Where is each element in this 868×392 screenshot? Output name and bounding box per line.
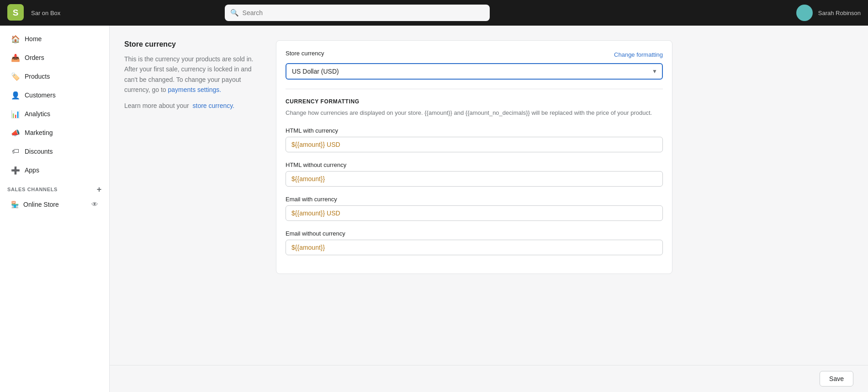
top-navigation: S Sar on Box 🔍 Sarah Robinson: [0, 0, 868, 26]
sidebar-item-discounts[interactable]: 🏷 Discounts: [4, 142, 106, 161]
email-without-currency-input[interactable]: [286, 240, 663, 255]
html-with-currency-label: HTML with currency: [286, 127, 663, 134]
sidebar-label-apps: Apps: [25, 166, 39, 174]
sidebar-label-products: Products: [25, 73, 50, 80]
content-row: Store currency This is the currency your…: [124, 40, 672, 274]
sales-channels-section: SALES CHANNELS +: [0, 180, 109, 195]
save-button[interactable]: Save: [820, 371, 853, 387]
currency-formatting-desc: Change how currencies are displayed on y…: [286, 108, 663, 118]
email-without-currency-group: Email without currency: [286, 230, 663, 255]
orders-icon: 📥: [11, 53, 20, 62]
admin-name: Sarah Robinson: [818, 10, 861, 16]
sidebar-item-online-store[interactable]: 🏪 Online Store 👁: [4, 196, 106, 213]
sidebar-item-analytics[interactable]: 📊 Analytics: [4, 105, 106, 123]
topnav-right: Sarah Robinson: [796, 5, 861, 21]
store-currency-label: Store currency: [286, 50, 324, 57]
sidebar: 🏠 Home 📥 Orders 🏷️ Products 👤 Customers …: [0, 26, 110, 392]
footer-bar: Save: [110, 365, 868, 392]
svg-text:S: S: [13, 7, 19, 17]
html-with-currency-input[interactable]: [286, 137, 663, 152]
left-description: Store currency This is the currency your…: [124, 40, 261, 274]
search-bar: 🔍: [225, 5, 490, 21]
customers-icon: 👤: [11, 91, 20, 100]
currency-header: Store currency Change formatting: [286, 50, 663, 59]
currency-card: Store currency Change formatting US Doll…: [276, 40, 672, 274]
sidebar-item-orders[interactable]: 📥 Orders: [4, 48, 106, 67]
section-description: This is the currency your products are s…: [124, 54, 261, 95]
sidebar-item-apps[interactable]: ➕ Apps: [4, 161, 106, 179]
store-currency-link[interactable]: store currency.: [193, 102, 235, 109]
online-store-icon: 🏪: [11, 201, 19, 208]
html-without-currency-label: HTML without currency: [286, 161, 663, 168]
payments-settings-link[interactable]: payments settings.: [168, 86, 221, 93]
shopify-logo: S: [7, 4, 24, 22]
email-with-currency-group: Email with currency: [286, 196, 663, 221]
learn-more-text: Learn more about your store currency.: [124, 101, 261, 111]
sidebar-label-home: Home: [25, 35, 42, 43]
sidebar-item-home[interactable]: 🏠 Home: [4, 30, 106, 48]
sidebar-item-marketing[interactable]: 📣 Marketing: [4, 124, 106, 142]
marketing-icon: 📣: [11, 128, 20, 137]
currency-select[interactable]: US Dollar (USD) Euro (EUR) British Pound…: [286, 63, 663, 80]
add-sales-channel-button[interactable]: +: [97, 185, 102, 193]
sidebar-label-discounts: Discounts: [25, 148, 53, 155]
main-content: Store currency This is the currency your…: [110, 26, 868, 392]
sidebar-label-online-store: Online Store: [23, 201, 59, 208]
sidebar-label-orders: Orders: [25, 54, 44, 61]
search-icon: 🔍: [230, 9, 239, 17]
sales-channels-label: SALES CHANNELS: [7, 187, 58, 192]
discounts-icon: 🏷: [11, 147, 20, 156]
sidebar-label-analytics: Analytics: [25, 110, 50, 118]
sidebar-label-customers: Customers: [25, 91, 56, 99]
email-with-currency-label: Email with currency: [286, 196, 663, 203]
email-without-currency-label: Email without currency: [286, 230, 663, 237]
change-formatting-link[interactable]: Change formatting: [614, 51, 663, 58]
products-icon: 🏷️: [11, 72, 20, 81]
apps-icon: ➕: [11, 166, 20, 175]
divider: [286, 89, 663, 89]
avatar[interactable]: [796, 5, 813, 21]
sidebar-label-marketing: Marketing: [25, 129, 53, 136]
email-with-currency-input[interactable]: [286, 205, 663, 221]
search-input[interactable]: [243, 9, 484, 16]
store-currency-group: Store currency Change formatting US Doll…: [286, 50, 663, 80]
sidebar-item-customers[interactable]: 👤 Customers: [4, 86, 106, 104]
store-name: Sar on Box: [31, 10, 68, 16]
online-store-visibility-icon[interactable]: 👁: [91, 200, 98, 208]
currency-formatting-title: CURRENCY FORMATTING: [286, 98, 663, 105]
html-without-currency-group: HTML without currency: [286, 161, 663, 187]
sidebar-item-products[interactable]: 🏷️ Products: [4, 67, 106, 86]
html-with-currency-group: HTML with currency: [286, 127, 663, 152]
html-without-currency-input[interactable]: [286, 171, 663, 187]
home-icon: 🏠: [11, 34, 20, 43]
currency-select-wrapper: US Dollar (USD) Euro (EUR) British Pound…: [286, 63, 663, 80]
analytics-icon: 📊: [11, 109, 20, 118]
section-heading: Store currency: [124, 40, 261, 48]
